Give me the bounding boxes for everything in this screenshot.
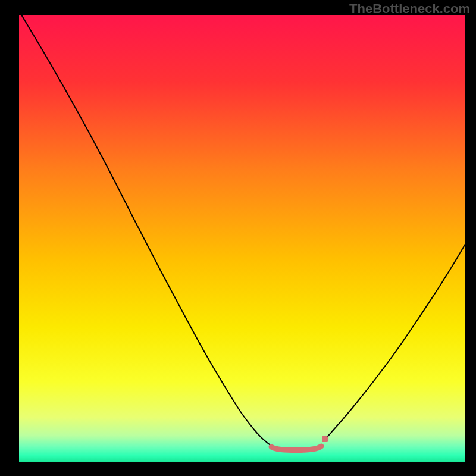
chart-frame: { "watermark": "TheBottleneck.com", "cha…: [0, 0, 476, 476]
bottleneck-end-marker: [322, 436, 328, 442]
plot-background: [19, 15, 465, 462]
watermark-text: TheBottleneck.com: [349, 1, 470, 17]
bottleneck-chart: [0, 0, 476, 476]
